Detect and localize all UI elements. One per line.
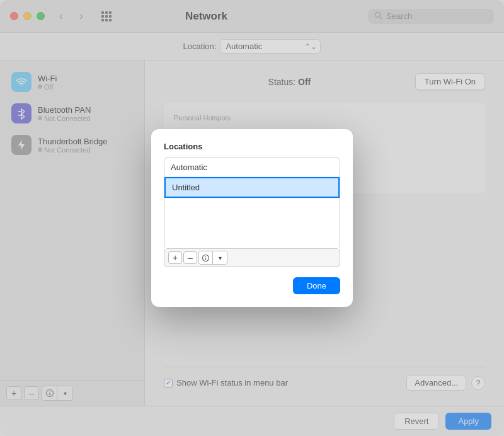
location-item-automatic[interactable]: Automatic [164,158,340,177]
modal-toolbar: + – ▾ [164,249,340,267]
svg-rect-16 [205,258,206,260]
locations-empty-area [164,198,340,248]
location-name-input[interactable] [172,183,332,192]
locations-list: Automatic [164,158,340,249]
modal-overlay: Locations Automatic + – [0,0,504,436]
modal-action-chevron-button[interactable]: ▾ [213,251,227,264]
main-window: ‹ › Network [0,0,504,436]
modal-add-button[interactable]: + [168,251,182,264]
locations-modal: Locations Automatic + – [151,129,353,307]
modal-remove-button[interactable]: – [183,251,197,264]
modal-footer: Done [164,277,340,294]
svg-point-15 [205,256,206,256]
done-button[interactable]: Done [293,277,340,294]
modal-title: Locations [164,142,340,151]
modal-action-group: ▾ [198,251,227,265]
location-item-untitled[interactable] [164,177,340,198]
modal-action-button[interactable] [199,251,213,264]
